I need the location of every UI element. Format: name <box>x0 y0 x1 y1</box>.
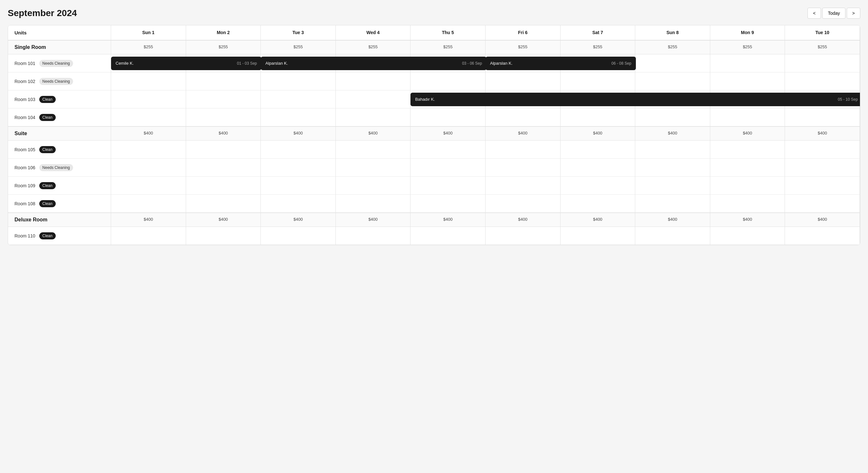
room-label-room-101: Room 101Needs Cleaning <box>8 55 111 72</box>
day-header-mon2: Mon 2 <box>186 26 261 40</box>
status-badge: Clean <box>39 146 56 153</box>
room-day-cell-room-102-col-10 <box>785 72 860 91</box>
room-day-cell-room-102-col-9 <box>710 72 785 91</box>
category-price-suite-day-6: $400 <box>486 127 561 141</box>
day-header-wed4: Wed 4 <box>336 26 411 40</box>
room-label-room-110: Room 110Clean <box>8 227 111 245</box>
booking-dates: 05 - 10 Sep <box>838 97 858 102</box>
category-price-single-room-day-10: $255 <box>785 40 860 55</box>
room-day-cell-room-108-col-8 <box>635 195 710 213</box>
room-day-cell-room-108-col-2 <box>186 195 261 213</box>
category-price-single-room-day-4: $255 <box>336 40 411 55</box>
category-price-deluxe-room-day-4: $400 <box>336 213 411 227</box>
category-price-deluxe-room-day-3: $400 <box>261 213 336 227</box>
status-badge: Clean <box>39 200 56 207</box>
room-day-cell-room-101-col-6: Alparslan K.06 - 08 Sep <box>486 55 561 72</box>
room-day-cell-room-108-col-1 <box>111 195 186 213</box>
room-name: Room 103 <box>14 97 35 102</box>
room-day-cell-room-106-col-10 <box>785 159 860 177</box>
category-price-deluxe-room-day-6: $400 <box>486 213 561 227</box>
status-badge: Clean <box>39 232 56 239</box>
room-day-cell-room-110-col-8 <box>635 227 710 245</box>
room-day-cell-room-106-col-4 <box>336 159 411 177</box>
room-day-cell-room-105-col-8 <box>635 141 710 159</box>
room-name: Room 101 <box>14 61 35 66</box>
day-header-sun1: Sun 1 <box>111 26 186 40</box>
room-day-cell-room-105-col-3 <box>261 141 336 159</box>
room-day-cell-room-109-col-1 <box>111 177 186 195</box>
room-day-cell-room-105-col-9 <box>710 141 785 159</box>
room-day-cell-room-109-col-3 <box>261 177 336 195</box>
room-day-cell-room-109-col-10 <box>785 177 860 195</box>
booking-block[interactable]: Alparslan K.06 - 08 Sep <box>486 57 636 70</box>
room-day-cell-room-104-col-6 <box>486 108 561 127</box>
category-label-single-room: Single Room <box>8 40 111 55</box>
room-day-cell-room-105-col-1 <box>111 141 186 159</box>
room-day-cell-room-105-col-2 <box>186 141 261 159</box>
booking-dates: 03 - 06 Sep <box>462 61 482 66</box>
day-header-mon9: Mon 9 <box>710 26 785 40</box>
booking-guest: Alparslan K. <box>265 61 288 66</box>
category-price-suite-day-1: $400 <box>111 127 186 141</box>
today-button[interactable]: Today <box>822 8 845 19</box>
room-day-cell-room-109-col-7 <box>561 177 636 195</box>
room-day-cell-room-104-col-3 <box>261 108 336 127</box>
room-day-cell-room-101-col-1: Cemile K.01 - 03 Sep <box>111 55 186 72</box>
room-label-room-108: Room 108Clean <box>8 195 111 213</box>
category-label-suite: Suite <box>8 127 111 141</box>
next-button[interactable]: > <box>847 8 860 19</box>
room-day-cell-room-102-col-8 <box>635 72 710 91</box>
prev-button[interactable]: < <box>807 8 821 19</box>
room-day-cell-room-103-col-5: Bahadır K.05 - 10 Sep <box>410 91 486 108</box>
category-label-deluxe-room: Deluxe Room <box>8 213 111 227</box>
room-name: Room 108 <box>14 201 35 206</box>
room-day-cell-room-103-col-3 <box>261 91 336 108</box>
category-price-deluxe-room-day-10: $400 <box>785 213 860 227</box>
room-day-cell-room-103-col-2 <box>186 91 261 108</box>
category-price-single-room-day-6: $255 <box>486 40 561 55</box>
room-day-cell-room-101-col-9 <box>710 55 785 72</box>
room-day-cell-room-105-col-5 <box>410 141 486 159</box>
room-day-cell-room-102-col-4 <box>336 72 411 91</box>
category-price-suite-day-5: $400 <box>410 127 486 141</box>
room-day-cell-room-102-col-6 <box>486 72 561 91</box>
room-label-room-102: Room 102Needs Cleaning <box>8 72 111 91</box>
nav-controls: < Today > <box>807 8 860 19</box>
room-day-cell-room-110-col-3 <box>261 227 336 245</box>
room-day-cell-room-106-col-6 <box>486 159 561 177</box>
room-day-cell-room-106-col-8 <box>635 159 710 177</box>
status-badge: Clean <box>39 182 56 189</box>
page-header: September 2024 < Today > <box>8 8 860 19</box>
booking-block[interactable]: Bahadır K.05 - 10 Sep <box>410 93 860 106</box>
room-day-cell-room-104-col-10 <box>785 108 860 127</box>
units-header: Units <box>8 26 111 40</box>
booking-dates: 06 - 08 Sep <box>611 61 631 66</box>
category-price-single-room-day-3: $255 <box>261 40 336 55</box>
room-day-cell-room-108-col-3 <box>261 195 336 213</box>
booking-block[interactable]: Cemile K.01 - 03 Sep <box>111 57 261 70</box>
booking-block[interactable]: Alparslan K.03 - 06 Sep <box>261 57 487 70</box>
day-header-thu5: Thu 5 <box>410 26 486 40</box>
room-day-cell-room-108-col-9 <box>710 195 785 213</box>
calendar-grid: UnitsSun 1Mon 2Tue 3Wed 4Thu 5Fri 6Sat 7… <box>8 26 860 245</box>
category-price-deluxe-room-day-9: $400 <box>710 213 785 227</box>
room-day-cell-room-110-col-2 <box>186 227 261 245</box>
day-header-sun8: Sun 8 <box>635 26 710 40</box>
category-price-deluxe-room-day-7: $400 <box>561 213 636 227</box>
day-header-tue3: Tue 3 <box>261 26 336 40</box>
booking-guest: Alparslan K. <box>490 61 513 66</box>
category-price-single-room-day-2: $255 <box>186 40 261 55</box>
room-day-cell-room-102-col-3 <box>261 72 336 91</box>
room-day-cell-room-104-col-8 <box>635 108 710 127</box>
room-day-cell-room-110-col-7 <box>561 227 636 245</box>
status-badge: Clean <box>39 96 56 103</box>
room-day-cell-room-110-col-9 <box>710 227 785 245</box>
room-day-cell-room-106-col-3 <box>261 159 336 177</box>
category-price-deluxe-room-day-1: $400 <box>111 213 186 227</box>
room-day-cell-room-104-col-7 <box>561 108 636 127</box>
room-day-cell-room-101-col-8 <box>635 55 710 72</box>
category-price-deluxe-room-day-5: $400 <box>410 213 486 227</box>
room-name: Room 106 <box>14 165 35 170</box>
room-name: Room 105 <box>14 147 35 152</box>
category-price-suite-day-2: $400 <box>186 127 261 141</box>
